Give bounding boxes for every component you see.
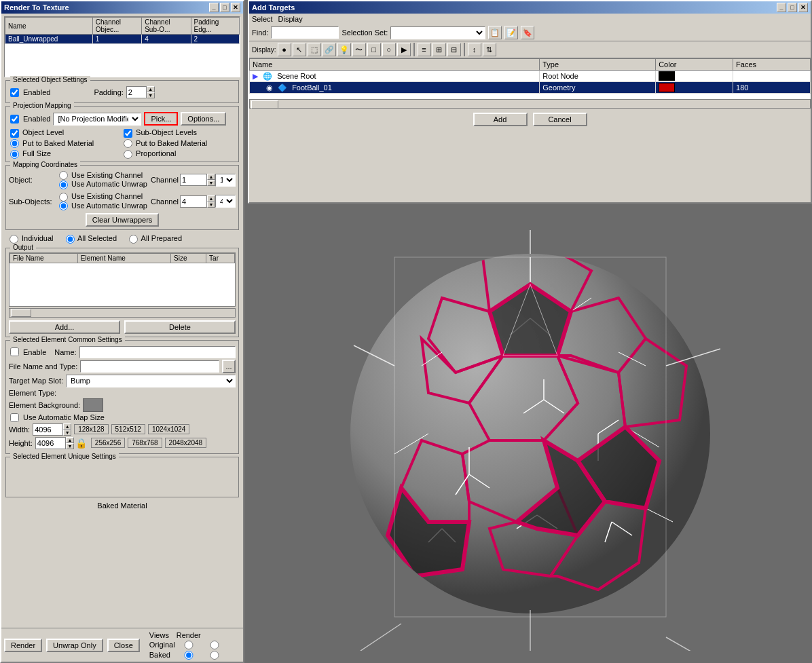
pick-button[interactable]: Pick... <box>144 112 178 126</box>
display-btn-wave[interactable]: 〜 <box>352 43 366 56</box>
display-btn-sort2[interactable]: ⇅ <box>483 43 496 56</box>
pm-proportional-radio[interactable] <box>124 150 132 159</box>
mc-channel-sub-input[interactable]: 4 <box>180 195 207 208</box>
at-minimize-btn[interactable]: _ <box>777 3 786 12</box>
radio-all-prepared-label: All Prepared <box>141 234 183 242</box>
menu-display[interactable]: Display <box>278 15 303 23</box>
display-btn-select[interactable]: ⬚ <box>308 43 321 56</box>
padding-up-btn[interactable]: ▲ <box>147 86 155 92</box>
display-btn-cols[interactable]: ⊞ <box>432 43 446 56</box>
mc-sub-auto-radio[interactable] <box>59 202 68 210</box>
pm-sub-object-checkbox[interactable] <box>124 129 132 138</box>
display-btn-box[interactable]: □ <box>367 43 381 56</box>
add-btn[interactable]: Add... <box>9 320 120 334</box>
at-football-color <box>656 82 733 94</box>
radio-all-selected[interactable] <box>66 235 75 244</box>
sec-auto-map-checkbox[interactable] <box>10 413 19 422</box>
pm-fullsize-radio[interactable] <box>10 150 19 159</box>
at-close-btn[interactable]: ✕ <box>798 3 808 12</box>
selection-set-dropdown[interactable] <box>390 26 485 39</box>
at-h-scrollbar[interactable] <box>249 99 811 109</box>
close-btn[interactable]: Close <box>107 639 140 652</box>
unwrap-only-btn[interactable]: Unwrap Only <box>46 639 103 652</box>
radio-all-prepared[interactable] <box>129 235 138 244</box>
sec-size-1024x1024[interactable]: 1024x1024 <box>148 424 190 434</box>
display-btn-grid[interactable]: ⊟ <box>447 43 461 56</box>
sec-height-input[interactable] <box>35 437 66 449</box>
sec-size-512x512[interactable]: 512x512 <box>111 424 145 434</box>
toolbar-btn-1[interactable]: 📋 <box>488 26 502 39</box>
radio-individual[interactable] <box>10 235 18 244</box>
sec-name-input[interactable] <box>79 346 236 358</box>
mc-use-auto-radio[interactable] <box>59 181 68 189</box>
mc-use-existing-radio[interactable] <box>59 171 68 180</box>
viewport[interactable] <box>248 204 812 663</box>
mc-channel-obj-input[interactable]: 1 <box>180 174 207 186</box>
mc-channel-sub-down[interactable]: ▼ <box>207 202 215 208</box>
find-input[interactable] <box>271 26 339 39</box>
original-render-radio[interactable] <box>204 641 225 649</box>
sec-size-2048x2048[interactable]: 2048x2048 <box>165 438 207 448</box>
output-h-scrollbar[interactable] <box>9 308 236 318</box>
scene-root-expand-icon[interactable]: ▶ <box>253 72 258 80</box>
sec-element-bg-swatch[interactable] <box>83 398 103 412</box>
clear-unwrappers-btn[interactable]: Clear Unwrappers <box>86 213 160 227</box>
sec-target-select[interactable]: Bump <box>66 375 236 387</box>
display-btn-light[interactable]: 💡 <box>337 43 351 56</box>
pm-object-level-checkbox[interactable] <box>10 129 19 138</box>
enabled-checkbox[interactable] <box>10 88 19 97</box>
sec-browse-btn[interactable]: ... <box>222 360 236 373</box>
at-cancel-btn[interactable]: Cancel <box>533 113 587 126</box>
sec-enable-checkbox[interactable] <box>10 347 19 356</box>
delete-btn[interactable]: Delete <box>124 320 236 334</box>
pm-put-baked-2-radio[interactable] <box>124 139 132 148</box>
mc-channel-sub-btns: ▲ ▼ <box>207 195 215 208</box>
baked-render-radio[interactable] <box>204 651 225 660</box>
sec-height-up[interactable]: ▲ <box>66 437 74 443</box>
display-btn-geo[interactable]: ● <box>278 43 291 56</box>
toolbar-btn-3[interactable]: 🔖 <box>521 26 534 39</box>
display-btn-sphere[interactable]: ○ <box>382 43 396 56</box>
sec-height-down[interactable]: ▼ <box>66 443 74 449</box>
sec-size-768x768[interactable]: 768x768 <box>128 438 162 448</box>
padding-down-btn[interactable]: ▼ <box>147 92 155 98</box>
table-row[interactable]: Ball_Unwrapped 1 4 2 <box>5 35 240 44</box>
rtt-maximize-btn[interactable]: □ <box>220 3 229 12</box>
rtt-minimize-btn[interactable]: _ <box>209 3 219 12</box>
sec-width-down[interactable]: ▼ <box>63 430 71 436</box>
at-tree-area[interactable]: Name Type Color Faces ▶ 🌐 Scene Root Roo… <box>249 58 811 99</box>
sec-size-256x256[interactable]: 256x256 <box>91 438 125 448</box>
toolbar-btn-2[interactable]: 📝 <box>504 26 518 39</box>
original-views-radio[interactable] <box>178 641 200 649</box>
mc-channel-obj-down[interactable]: ▼ <box>207 180 215 186</box>
pm-modifier-dropdown[interactable]: [No Projection Modifier] <box>53 113 141 126</box>
display-btn-arrow[interactable]: ▶ <box>397 43 411 56</box>
sec-width-up[interactable]: ▲ <box>63 423 71 430</box>
display-btn-cursor[interactable]: ↖ <box>293 43 306 56</box>
at-row-football[interactable]: ◉ 🔷 FootBall_01 Geometry 180 <box>250 82 811 94</box>
options-button[interactable]: Options... <box>181 112 226 126</box>
at-maximize-btn[interactable]: □ <box>788 3 797 12</box>
mc-channel-obj-select[interactable]: 1 <box>215 174 236 187</box>
pm-enabled-checkbox[interactable] <box>10 115 19 124</box>
baked-views-radio[interactable] <box>178 651 200 660</box>
display-btn-link[interactable]: 🔗 <box>322 43 336 56</box>
mc-sub-existing-radio[interactable] <box>59 193 68 202</box>
mc-channel-sub-select[interactable]: 4 <box>215 195 236 208</box>
pm-put-baked-1-radio[interactable] <box>10 139 19 148</box>
display-btn-rows[interactable]: ≡ <box>418 43 431 56</box>
mc-channel-sub-up[interactable]: ▲ <box>207 195 215 202</box>
lock-icon[interactable]: 🔒 <box>75 438 87 449</box>
display-btn-sort1[interactable]: ↕ <box>468 43 481 56</box>
views-render-group: Views Render Original Baked <box>149 631 227 660</box>
padding-input[interactable]: 2 <box>126 86 147 98</box>
at-add-btn[interactable]: Add <box>473 113 528 126</box>
menu-select[interactable]: Select <box>252 15 273 23</box>
sec-size-128x128[interactable]: 128x128 <box>74 424 108 434</box>
rtt-close-btn[interactable]: ✕ <box>231 3 240 12</box>
mc-channel-obj-up[interactable]: ▲ <box>207 174 215 180</box>
render-btn[interactable]: Render <box>4 639 42 652</box>
sec-filename-input[interactable] <box>80 360 219 373</box>
sec-width-input[interactable] <box>33 423 63 436</box>
at-row-scene-root[interactable]: ▶ 🌐 Scene Root Root Node <box>250 71 811 82</box>
